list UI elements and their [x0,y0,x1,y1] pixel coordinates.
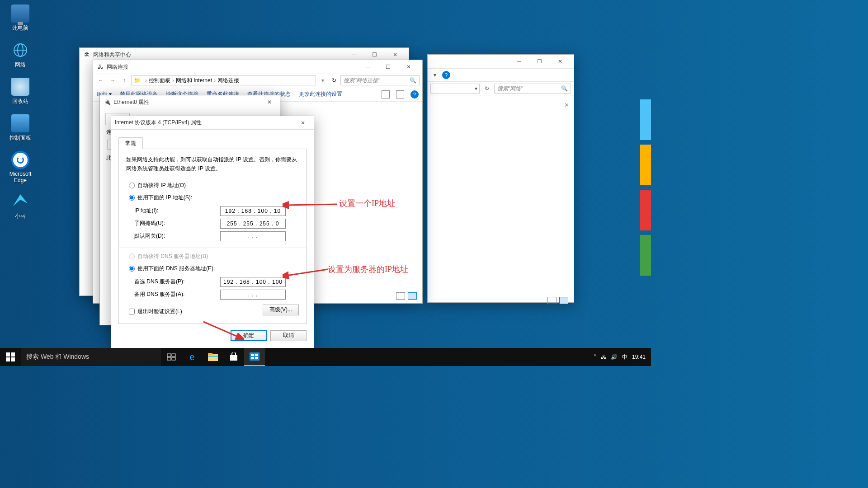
chevron-down-icon[interactable]: ▾ [430,72,439,78]
input-subnet-mask[interactable]: 255 . 255 . 255 . 0 [220,219,286,229]
close-button[interactable]: ✕ [263,95,276,109]
radio-manual-ip[interactable]: 使用下面的 IP 地址(S): [129,194,299,202]
search-input[interactable]: 搜索"网络" 🔍 [494,84,571,94]
svg-marker-3 [13,194,28,206]
svg-rect-14 [230,355,237,361]
help-icon[interactable]: ? [410,90,419,99]
tray-chevron-up-icon[interactable]: ˄ [594,354,596,360]
taskbar-search-input[interactable]: 搜索 Web 和 Windows [21,348,161,366]
nav-up-icon[interactable]: ↑ [119,77,129,84]
view-list-icon[interactable] [396,292,405,300]
advanced-button[interactable]: 高级(V)... [263,305,299,315]
label-alternate-dns: 备用 DNS 服务器(A): [134,291,220,298]
folder-icon: 📁 [133,77,141,84]
task-view-button[interactable] [161,348,182,366]
radio-auto-ip[interactable]: 自动获得 IP 地址(O) [129,182,299,189]
ribbon-decoration [640,235,651,276]
desktop-icon-control-panel[interactable]: 控制面板 [5,114,36,142]
xiaoma-icon [11,192,29,211]
taskbar: 搜索 Web 和 Windows e ˄ 🖧 🔊 中 19:41 [0,348,651,366]
desktop-icon-recycle-bin[interactable]: 回收站 [5,78,36,105]
address-bar[interactable]: ▾ [430,84,480,94]
desktop-icon-xiaoma[interactable]: 小马 [5,192,36,220]
ribbon-decoration [640,99,651,140]
label-preferred-dns: 首选 DNS 服务器(P): [134,278,220,286]
search-input[interactable]: 搜索"网络连接" 🔍 [340,75,420,85]
svg-rect-18 [251,357,254,359]
close-button[interactable]: ✕ [550,55,570,68]
start-button[interactable] [0,348,21,366]
desktop-icon-network[interactable]: 网络 [5,41,36,69]
tray-clock[interactable]: 19:41 [632,354,646,360]
tray-ime-icon[interactable]: 中 [622,353,627,361]
nav-back-icon[interactable]: ← [96,77,106,84]
view-details-icon[interactable] [408,292,417,300]
toolbar-change[interactable]: 更改此连接的设置 [299,90,342,98]
view-mode-icon[interactable] [382,90,390,99]
maximize-button[interactable]: ☐ [378,60,398,74]
control-panel-icon [11,114,29,132]
svg-rect-12 [208,353,212,355]
dialog-ipv4-properties: Internet 协议版本 4 (TCP/IPv4) 属性 ✕ 常规 如果网络支… [111,116,314,349]
dialog-title: Internet 协议版本 4 (TCP/IPv4) 属性 [115,119,202,127]
svg-rect-16 [251,354,254,356]
network-icon [11,41,29,59]
ribbon-decoration [640,190,651,230]
control-panel-small-icon: 🛠 [83,51,90,58]
tray-volume-icon[interactable]: 🔊 [611,354,618,360]
help-icon[interactable]: ? [442,71,450,79]
svg-rect-19 [255,357,258,359]
input-ip-address[interactable]: 192 . 168 . 100 . 10 [220,206,286,216]
taskbar-explorer-icon[interactable] [203,348,223,366]
dialog-title: Ethernet0 属性 [113,99,149,106]
notification-close-icon[interactable]: ✕ [564,102,569,108]
system-tray[interactable]: ˄ 🖧 🔊 中 19:41 [588,353,651,361]
ribbon-decoration [640,145,651,185]
view-details-icon[interactable] [559,297,568,304]
input-default-gateway[interactable]: . . . [220,231,286,241]
refresh-icon[interactable]: ↻ [330,77,339,84]
svg-rect-10 [172,357,175,360]
desktop-icon-this-pc[interactable]: 此电脑 [5,5,36,32]
search-icon[interactable]: 🔍 [561,85,568,92]
close-button[interactable]: ✕ [296,116,310,130]
close-button[interactable]: ✕ [398,60,419,74]
cancel-button[interactable]: 取消 [270,330,307,341]
label-subnet-mask: 子网掩码(U): [134,220,220,227]
tray-network-icon[interactable]: 🖧 [601,354,606,360]
desktop-icon-edge[interactable]: Microsoft Edge [5,151,36,183]
taskbar-control-panel-icon[interactable] [244,348,265,366]
nav-forward-icon[interactable]: → [108,77,118,84]
breadcrumb[interactable]: 📁 › 控制面板 › 网络和 Internet › 网络连接 [131,75,316,85]
desktop-icons: 此电脑 网络 回收站 控制面板 Microsoft Edge 小马 [5,5,41,229]
pc-icon [11,5,29,23]
tab-general[interactable]: 常规 [118,137,143,149]
view-list-icon[interactable] [547,297,557,304]
minimize-button[interactable]: ─ [509,55,529,68]
adapter-icon: 🔌 [104,99,111,106]
radio-auto-dns: 自动获得 DNS 服务器地址(B) [129,253,299,260]
taskbar-store-icon[interactable] [223,348,244,366]
label-ip-address: IP 地址(I): [134,207,220,215]
taskbar-edge-icon[interactable]: e [182,348,203,366]
input-preferred-dns[interactable]: 192 . 168 . 100 . 100 [220,277,286,287]
window-title: 网络连接 [107,63,128,71]
maximize-button[interactable]: ☐ [529,55,550,68]
search-icon[interactable]: 🔍 [410,77,416,84]
radio-manual-dns[interactable]: 使用下面的 DNS 服务器地址(E): [129,265,299,272]
refresh-icon[interactable]: ↻ [482,85,491,92]
svg-rect-13 [208,356,218,357]
svg-rect-15 [250,352,259,361]
address-dropdown-icon[interactable]: ▾ [318,77,328,84]
preview-pane-icon[interactable] [396,90,404,99]
svg-rect-8 [172,354,175,357]
edge-icon [11,151,29,169]
network-small-icon: 🖧 [97,63,104,70]
minimize-button[interactable]: ─ [358,60,378,74]
svg-rect-7 [167,354,171,357]
svg-rect-17 [255,354,258,356]
ok-button[interactable]: 确定 [231,330,267,341]
input-alternate-dns[interactable]: . . . [220,290,286,300]
label-default-gateway: 默认网关(D): [134,232,220,240]
recycle-bin-icon [11,78,29,96]
